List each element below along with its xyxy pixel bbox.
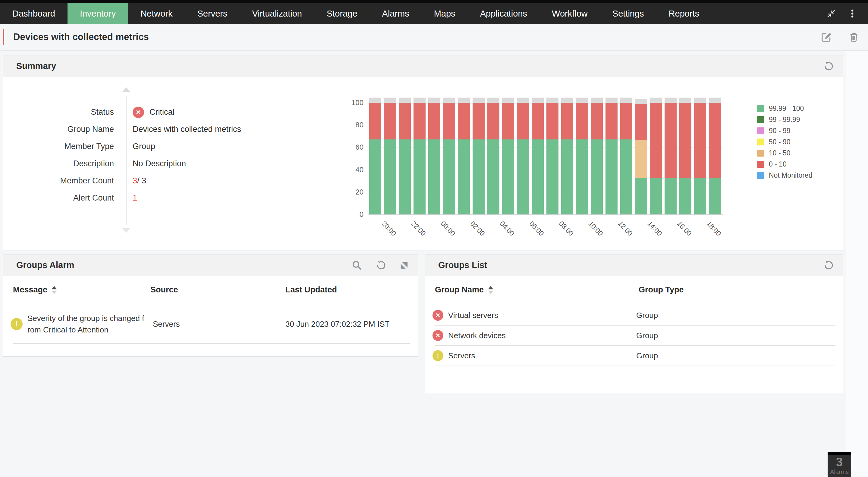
bar-15:00 — [664, 98, 677, 214]
scroll-up-icon[interactable] — [122, 87, 130, 92]
groups-alarm-rows: !Severity of the group is changed from C… — [3, 305, 418, 344]
legend-item-50-90: 50 - 90 — [757, 136, 812, 147]
nav-tab-workflow[interactable]: Workflow — [539, 3, 600, 24]
bar-segment-99-99-100 — [694, 178, 706, 214]
value-part: 1 — [133, 193, 137, 203]
bar-cap-segment — [413, 98, 426, 103]
edit-icon[interactable] — [820, 31, 832, 43]
group-name-cell: !Servers — [433, 350, 636, 361]
group-type: Group — [636, 351, 843, 361]
y-tick-label: 60 — [355, 143, 364, 151]
field-label: Status — [3, 107, 114, 117]
bar-segment-0-10 — [635, 104, 647, 140]
bar-19:00 — [369, 98, 381, 214]
refresh-icon[interactable] — [823, 260, 834, 271]
alarm-last-updated: 30 Jun 2023 07:02:32 PM IST — [285, 319, 418, 329]
summary-title: Summary — [16, 61, 56, 71]
nav-tab-virtualization[interactable]: Virtualization — [240, 3, 314, 24]
legend-label: 50 - 90 — [769, 138, 790, 146]
bar-segment-99-99-100 — [635, 178, 647, 214]
nav-tab-settings[interactable]: Settings — [600, 3, 656, 24]
info-divider — [126, 96, 127, 225]
bar-03:00 — [487, 98, 499, 214]
alarms-badge-top — [828, 452, 851, 455]
bar-segment-0-10 — [650, 103, 662, 178]
bar-segment-99-99-100 — [458, 139, 470, 214]
status-text: Critical — [150, 107, 175, 117]
field-label: Member Count — [3, 176, 114, 185]
bar-16:00 — [679, 98, 691, 214]
x-tick-label: 10:00 — [587, 219, 604, 238]
bar-segment-0-10 — [679, 103, 691, 178]
scroll-down-icon[interactable] — [122, 228, 130, 233]
kebab-menu-icon[interactable] — [847, 8, 858, 19]
bar-segment-0-10 — [694, 103, 706, 178]
nav-tab-reports[interactable]: Reports — [656, 3, 712, 24]
bar-cap-segment — [443, 98, 455, 103]
bar-segment-99-99-100 — [561, 139, 573, 214]
nav-tab-servers[interactable]: Servers — [185, 3, 240, 24]
collapse-icon[interactable] — [826, 8, 837, 19]
x-tick-label: 20:00 — [380, 219, 398, 238]
alarm-header-col-last-updated: Last Updated — [285, 285, 418, 295]
popout-icon[interactable] — [400, 261, 409, 270]
group-row-virtual-servers[interactable]: ✕Virtual serversGroup — [425, 305, 843, 325]
refresh-icon[interactable] — [375, 260, 386, 271]
alarm-row[interactable]: !Severity of the group is changed from C… — [3, 305, 418, 343]
bar-segment-0-10 — [428, 103, 440, 139]
nav-tab-dashboard[interactable]: Dashboard — [0, 3, 67, 24]
group-name-cell: ✕Network devices — [433, 330, 636, 341]
groups-alarm-title: Groups Alarm — [16, 260, 74, 270]
field-label: Alert Count — [3, 193, 114, 203]
attention-severity-icon: ! — [433, 350, 443, 361]
refresh-icon[interactable] — [823, 61, 834, 72]
bar-segment-0-10 — [369, 103, 381, 139]
bar-segment-0-10 — [384, 103, 396, 139]
alarm-message[interactable]: Severity of the group is changed from Cr… — [27, 313, 146, 336]
group-type: Group — [636, 311, 843, 320]
legend-item-99-99-100: 99.99 - 100 — [757, 103, 812, 114]
x-tick-label: 08:00 — [557, 219, 575, 238]
nav-tab-applications[interactable]: Applications — [468, 3, 539, 24]
alarms-badge[interactable]: 3 Alarms — [828, 452, 851, 477]
sort-icon[interactable] — [52, 286, 57, 294]
main-column: Summary — [0, 50, 846, 476]
bar-10:00 — [591, 98, 603, 214]
nav-tab-network[interactable]: Network — [128, 3, 185, 24]
bars-container — [369, 98, 721, 214]
field-value: 1 — [133, 193, 137, 203]
group-header-col-group-name[interactable]: Group Name — [435, 285, 639, 295]
x-tick-label: 00:00 — [439, 219, 457, 238]
bar-18:00 — [709, 98, 721, 214]
summary-field-group-name: Group NameDevices with collected metrics — [3, 121, 341, 138]
group-name[interactable]: Virtual servers — [448, 311, 498, 320]
nav-tab-inventory[interactable]: Inventory — [67, 3, 128, 24]
delete-icon[interactable] — [848, 31, 860, 43]
group-name-cell: ✕Virtual servers — [433, 310, 636, 321]
sort-down-arrow — [488, 291, 493, 294]
bar-segment-99-99-100 — [650, 178, 662, 214]
bar-segment-99-99-100 — [428, 139, 440, 214]
legend-swatch — [757, 161, 764, 168]
bar-segment-99-99-100 — [532, 139, 544, 214]
y-tick-label: 20 — [355, 188, 364, 196]
group-row-servers[interactable]: !ServersGroup — [425, 346, 843, 366]
group-name[interactable]: Servers — [448, 351, 475, 361]
bar-cap-segment — [458, 98, 470, 103]
nav-tabs: DashboardInventoryNetworkServersVirtuali… — [0, 3, 712, 24]
nav-tab-alarms[interactable]: Alarms — [370, 3, 422, 24]
nav-tab-maps[interactable]: Maps — [422, 3, 468, 24]
sort-icon[interactable] — [488, 286, 493, 294]
group-row-network-devices[interactable]: ✕Network devicesGroup — [425, 326, 843, 345]
bar-11:00 — [606, 98, 618, 214]
alarm-message-cell: !Severity of the group is changed from C… — [10, 313, 150, 336]
nav-tab-storage[interactable]: Storage — [314, 3, 370, 24]
divider — [13, 343, 410, 344]
bar-cap-segment — [620, 98, 632, 103]
legend-swatch — [757, 127, 764, 134]
group-name[interactable]: Network devices — [448, 331, 506, 340]
search-icon[interactable] — [351, 260, 362, 271]
legend-label: 10 - 50 — [769, 149, 790, 157]
legend-label: 90 - 99 — [769, 127, 790, 135]
alarm-header-col-message[interactable]: Message — [13, 285, 150, 295]
